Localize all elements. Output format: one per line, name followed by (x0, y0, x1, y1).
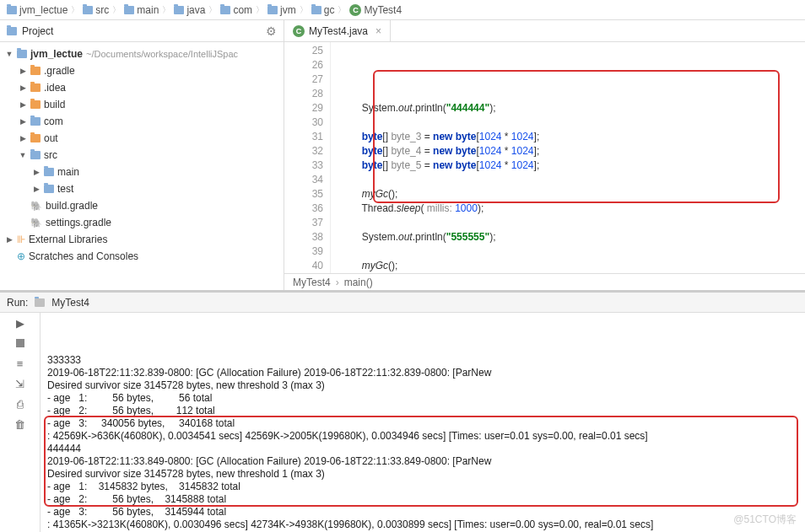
folder-icon (30, 117, 41, 126)
breadcrumb: jvm_lectue〉src〉main〉java〉com〉jvm〉gc〉CMyT… (0, 0, 805, 20)
code-area[interactable]: System.out.println("444444"); byte[] byt… (331, 42, 805, 273)
external-libraries[interactable]: ▶ ⊪ External Libraries (0, 231, 284, 248)
folder-icon (30, 151, 41, 159)
watermark: @51CTO博客 (733, 513, 797, 527)
folder-icon (30, 100, 41, 109)
editor-breadcrumb[interactable]: MyTest4 › main() (284, 273, 805, 290)
tree-item[interactable]: ▶build (0, 96, 284, 113)
breadcrumb-item[interactable]: jvm_lectue (7, 4, 68, 16)
run-header: Run: MyTest4 (0, 293, 805, 313)
tree-item[interactable]: 🐘settings.gradle (0, 214, 284, 231)
run-tool-window: Run: MyTest4 ▶ ≡ ⇲ ⎙ 🗑 3333332019-06-18T… (0, 290, 805, 532)
project-tree[interactable]: ▼ jvm_lectue ~/Documents/workspace/Intel… (0, 42, 284, 268)
breadcrumb-item[interactable]: gc (311, 4, 335, 16)
code-line[interactable] (339, 216, 805, 230)
folder-icon (174, 6, 184, 14)
gear-icon[interactable]: ⚙ (266, 24, 277, 38)
folder-icon (7, 6, 17, 14)
gradle-icon: 🐘 (30, 201, 42, 212)
code-line[interactable] (339, 245, 805, 259)
folder-icon (17, 50, 27, 58)
tree-item[interactable]: ▼src (0, 147, 284, 164)
folder-icon (83, 6, 93, 14)
code-line[interactable]: System.out.println("555555"); (339, 230, 805, 245)
code-line[interactable]: myGc(); (339, 259, 805, 273)
folder-icon (44, 168, 54, 176)
scratches[interactable]: ⊕ Scratches and Consoles (0, 248, 284, 265)
breadcrumb-item[interactable]: jvm (267, 4, 296, 16)
class-icon: C (293, 25, 305, 37)
folder-icon (124, 6, 134, 14)
highlight-box (373, 70, 780, 203)
project-tool-window: Project ⚙ ▼ jvm_lectue ~/Documents/works… (0, 20, 284, 290)
tree-item[interactable]: ▶.idea (0, 79, 284, 96)
editor-tabs: C MyTest4.java × (284, 20, 805, 42)
console-output[interactable]: 3333332019-06-18T22:11:32.839-0800: [GC … (41, 313, 805, 532)
tree-item[interactable]: ▶.gradle (0, 62, 284, 79)
folder-icon (44, 185, 54, 193)
tree-item[interactable]: ▶com (0, 113, 284, 130)
project-icon (7, 27, 17, 35)
class-icon: C (349, 4, 361, 16)
run-config-icon (35, 298, 45, 307)
breadcrumb-item[interactable]: main (124, 4, 159, 16)
breadcrumb-item[interactable]: java (174, 4, 205, 16)
run-config-name[interactable]: MyTest4 (51, 297, 89, 309)
print-icon[interactable]: ⎙ (14, 397, 27, 411)
line-gutter: 25262728293031323334353637383940414243 (284, 42, 331, 273)
editor-body[interactable]: 25262728293031323334353637383940414243 S… (284, 42, 805, 273)
project-header[interactable]: Project ⚙ (0, 20, 284, 42)
run-toolbar: ▶ ≡ ⇲ ⎙ 🗑 (0, 313, 41, 532)
tab-mytest4[interactable]: C MyTest4.java × (284, 20, 391, 41)
export-icon[interactable]: ⇲ (14, 377, 27, 390)
close-icon[interactable]: × (375, 25, 381, 37)
highlight-box-console (44, 416, 798, 507)
tree-item[interactable]: 🐘build.gradle (0, 197, 284, 214)
folder-icon (267, 6, 278, 14)
console-line: Desired survivor size 3145728 bytes, new… (47, 379, 798, 392)
breadcrumb-item[interactable]: com (220, 4, 252, 16)
folder-icon (30, 83, 41, 92)
console-line: 333333 (47, 354, 798, 367)
tree-item[interactable]: ▶out (0, 130, 284, 147)
library-icon: ⊪ (17, 234, 25, 245)
tree-item[interactable]: ▶test (0, 180, 284, 197)
run-label: Run: (7, 297, 28, 309)
folder-icon (220, 6, 230, 14)
tree-root[interactable]: ▼ jvm_lectue ~/Documents/workspace/Intel… (0, 46, 284, 62)
folder-icon (30, 134, 41, 142)
folder-icon (311, 6, 321, 14)
trash-icon[interactable]: 🗑 (14, 417, 27, 431)
scratch-icon: ⊕ (17, 250, 25, 262)
breadcrumb-item[interactable]: CMyTest4 (349, 4, 402, 16)
tree-item[interactable]: ▶main (0, 164, 284, 180)
code-line[interactable]: Thread.sleep( millis: 1000); (339, 202, 805, 216)
console-line: : 41365K->3213K(46080K), 0.0030496 secs]… (47, 519, 798, 531)
folder-icon (30, 67, 41, 75)
project-title: Project (22, 25, 53, 37)
editor-panel: C MyTest4.java × 25262728293031323334353… (284, 20, 805, 290)
console-line: - age 3: 56 bytes, 3145944 total (47, 506, 798, 519)
layout-icon[interactable]: ≡ (14, 357, 27, 370)
rerun-icon[interactable]: ▶ (14, 316, 27, 330)
console-line: - age 1: 56 bytes, 56 total (47, 392, 798, 405)
breadcrumb-item[interactable]: src (83, 4, 109, 16)
console-line: 2019-06-18T22:11:32.839-0800: [GC (Alloc… (47, 367, 798, 379)
gradle-icon: 🐘 (30, 218, 42, 228)
stop-icon[interactable] (14, 336, 27, 350)
